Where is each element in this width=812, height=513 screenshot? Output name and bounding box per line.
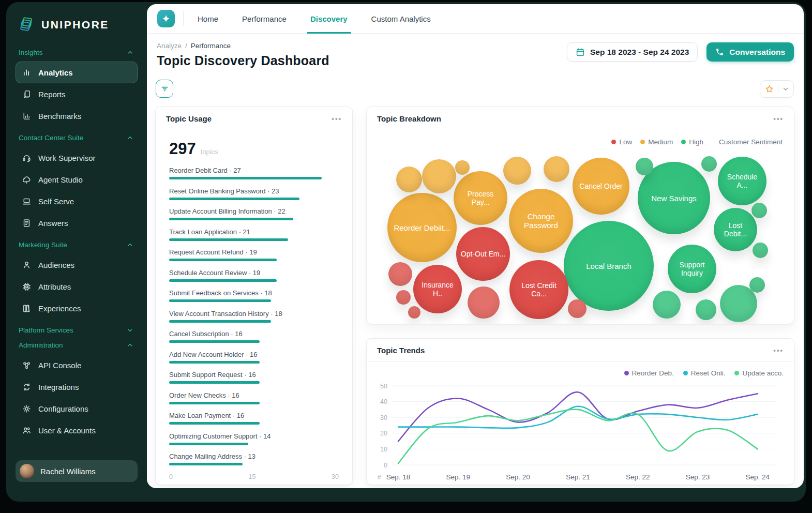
bubble[interactable] (636, 158, 653, 175)
sidebar-item-benchmarks[interactable]: Benchmarks (16, 105, 138, 127)
sidebar-section-platform-services[interactable]: Platform Services (19, 326, 133, 334)
sidebar-section-marketing-suite[interactable]: Marketing Suite (19, 241, 133, 249)
topic-usage-bar (169, 177, 322, 179)
legend-item-high[interactable]: High (681, 138, 703, 146)
topic-usage-item[interactable]: Reorder Debit Card · 27 (169, 167, 339, 179)
bubble-insurance-h[interactable]: Insurance H.. (413, 265, 462, 313)
conversations-button[interactable]: Conversations (706, 42, 794, 62)
topic-usage-label: Optimizing Customer Support · 14 (169, 432, 339, 440)
card-menu-button[interactable]: ••• (332, 115, 342, 123)
legend-dot (681, 140, 686, 144)
topic-usage-item[interactable]: Track Loan Application · 21 (169, 228, 339, 241)
bubble-label: Opt-Out Em... (457, 250, 509, 258)
sidebar-section-administration[interactable]: Administration (19, 341, 133, 349)
sidebar-item-audiences[interactable]: Audiences (16, 254, 138, 276)
trends-legend-item-reorder-deb[interactable]: Reorder Deb. (624, 369, 674, 377)
topic-usage-item[interactable]: Change Mailing Address · 13 (169, 452, 339, 465)
bubble[interactable] (696, 299, 716, 320)
topic-usage-label: Cancel Subscription · 16 (169, 330, 339, 338)
bubble-local-branch[interactable]: Local Branch (564, 221, 654, 311)
bubble-label: Lost Credit Ca... (509, 281, 568, 298)
sidebar-section-insights[interactable]: Insights (19, 49, 133, 56)
sidebar-item-work-supervisor[interactable]: Work Supervisor (16, 147, 138, 169)
bubble-change-password[interactable]: Change Password (509, 189, 573, 253)
header-actions: Sep 18 2023 - Sep 24 2023 Conversations (567, 42, 794, 62)
topic-usage-item[interactable]: Cancel Subscription · 16 (169, 330, 339, 343)
filter-button[interactable] (156, 80, 173, 98)
trends-legend-item-update-acco[interactable]: Update acco. (734, 369, 784, 377)
topic-usage-item[interactable]: Add New Account Holder · 16 (169, 351, 339, 364)
favorite-control[interactable] (760, 80, 794, 98)
topic-usage-item[interactable]: View Account Transaction History · 18 (169, 310, 339, 323)
bubble[interactable] (503, 157, 531, 185)
bubble-opt-out-em[interactable]: Opt-Out Em... (456, 227, 510, 281)
sidebar: UNIPHORE InsightsAnalyticsReportsBenchma… (6, 2, 147, 502)
topic-usage-item[interactable]: Reset Online Banking Password · 23 (169, 187, 339, 200)
tab-home[interactable]: Home (186, 4, 230, 33)
section-label: Platform Services (19, 326, 73, 334)
bubble[interactable] (568, 299, 587, 318)
app-icon[interactable] (157, 10, 175, 27)
topic-usage-item[interactable]: Make Loan Payment · 16 (169, 412, 339, 425)
sidebar-item-self-serve[interactable]: Self Serve (16, 190, 138, 212)
tab-discovery[interactable]: Discovery (298, 4, 359, 33)
topic-usage-item[interactable]: Submit Feedback on Services · 18 (169, 289, 339, 302)
chevron-up-icon (127, 342, 133, 349)
tab-performance[interactable]: Performance (230, 4, 298, 33)
bubble-lost-credit-ca[interactable]: Lost Credit Ca... (509, 260, 568, 319)
sidebar-item-label: Configurations (38, 404, 88, 413)
sidebar-item-reports[interactable]: Reports (16, 83, 138, 105)
sidebar-item-analytics[interactable]: Analytics (16, 62, 138, 83)
bubble[interactable] (701, 156, 717, 172)
bubble-cancel-order[interactable]: Cancel Order (573, 158, 629, 215)
card-menu-button[interactable]: ••• (773, 115, 784, 123)
topic-usage-item[interactable]: Submit Support Request · 16 (169, 371, 339, 384)
bubble-label: Support Inquiry (668, 261, 716, 277)
bubble[interactable] (653, 291, 681, 319)
sidebar-item-integrations[interactable]: Integrations (16, 376, 138, 398)
topic-usage-item[interactable]: Request Account Refund · 19 (169, 248, 339, 261)
date-range-button[interactable]: Sep 18 2023 - Sep 24 2023 (567, 42, 698, 62)
bubble[interactable] (455, 160, 470, 175)
bubble[interactable] (749, 277, 765, 293)
card-menu-button[interactable]: ••• (773, 346, 784, 354)
sidebar-item-api-console[interactable]: API Console (16, 354, 138, 376)
bubble[interactable] (396, 290, 411, 305)
user-profile[interactable]: Rachel Williams (16, 460, 138, 482)
bubble-process-pay[interactable]: Process Pay... (454, 171, 507, 225)
bubble[interactable] (753, 243, 768, 258)
bubble-lost-debit[interactable]: Lost Debit... (714, 208, 757, 251)
bubble-schedule-a[interactable]: Schedule A... (718, 157, 766, 205)
analytics-icon (22, 68, 32, 78)
topic-usage-item[interactable]: Order New Checks · 16 (169, 391, 339, 404)
legend-item-low[interactable]: Low (611, 138, 632, 146)
sidebar-section-contact-center-suite[interactable]: Contact Center Suite (19, 134, 133, 142)
breadcrumb-parent[interactable]: Analyze (157, 42, 182, 50)
sidebar-item-attributes[interactable]: Attributes (16, 276, 138, 297)
sidebar-item-experiences[interactable]: Experiences (16, 297, 138, 319)
legend-item-medium[interactable]: Medium (640, 138, 673, 146)
bubble[interactable] (388, 262, 412, 286)
topic-usage-item[interactable]: Update Account Billing Information · 22 (169, 207, 339, 220)
bubble[interactable] (396, 167, 422, 192)
sidebar-item-user-accounts[interactable]: User & Accounts (16, 419, 138, 441)
topic-usage-label: View Account Transaction History · 18 (169, 310, 339, 318)
bubble-support-inquiry[interactable]: Support Inquiry (668, 245, 716, 293)
sidebar-item-agent-studio[interactable]: Agent Studio (16, 169, 138, 190)
headset-icon (22, 153, 32, 163)
topic-usage-item[interactable]: Optimizing Customer Support · 14 (169, 432, 339, 445)
sidebar-item-configurations[interactable]: Configurations (16, 398, 138, 419)
tab-custom-analytics[interactable]: Custom Analytics (359, 4, 443, 33)
bubble-reorder-debiit[interactable]: Reorder Debiit... (387, 193, 457, 262)
bubble[interactable] (422, 159, 456, 193)
topic-usage-label: Update Account Billing Information · 22 (169, 207, 339, 215)
bubble[interactable] (468, 286, 500, 319)
chevron-down-icon[interactable] (782, 85, 789, 93)
bubble[interactable] (751, 203, 767, 218)
star-icon[interactable] (764, 84, 774, 94)
topic-usage-item[interactable]: Schedule Account Review · 19 (169, 269, 339, 282)
sidebar-item-answers[interactable]: Answers (16, 212, 138, 234)
bubble[interactable] (544, 156, 569, 182)
bubble[interactable] (408, 306, 420, 319)
trends-legend-item-reset-onli[interactable]: Reset Onli. (683, 369, 726, 377)
